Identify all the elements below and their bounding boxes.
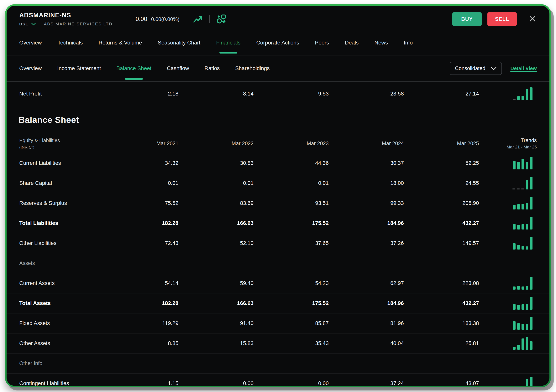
row-trend-cell (479, 337, 537, 350)
tab-corporate-actions[interactable]: Corporate Actions (256, 30, 299, 55)
tab-deals[interactable]: Deals (345, 30, 359, 55)
trend-bar (522, 246, 524, 249)
trend-bar (517, 225, 520, 229)
trend-bar (522, 286, 524, 290)
row-value: 0.01 (254, 180, 329, 186)
shapes-compare-icon[interactable] (216, 14, 226, 24)
subtab-ratios[interactable]: Ratios (204, 55, 220, 81)
exchange-label: BSE (19, 22, 29, 26)
section-row-other-info[interactable]: Other Info (7, 354, 549, 374)
row-value: 9.53 (254, 91, 329, 97)
row-label: Share Capital (19, 180, 103, 186)
row-value: 37.24 (329, 380, 404, 386)
row-value: 75.52 (103, 200, 178, 206)
trend-bar (522, 224, 524, 229)
subtab-cashflow[interactable]: Cashflow (167, 55, 189, 81)
row-value: 2.18 (103, 91, 178, 97)
table-row-total-liabilities[interactable]: Total Liabilities182.28166.63175.52184.9… (7, 213, 549, 233)
row-label: Total Liabilities (19, 220, 103, 226)
sell-button[interactable]: SELL (487, 12, 517, 26)
row-value: 182.28 (103, 220, 178, 226)
trending-up-icon[interactable] (193, 15, 203, 23)
table-row-other-assets[interactable]: Other Assets8.8515.8335.4340.0425.81 (7, 333, 549, 354)
table-row-current-assets[interactable]: Current Assets54.1459.4054.2362.97223.08 (7, 273, 549, 294)
row-value: 205.90 (404, 200, 479, 206)
table-row-contingent-liabilities[interactable]: Contingent Liabilities1.150.000.0037.244… (7, 374, 549, 386)
net-profit-row[interactable]: Net Profit2.188.149.5323.5827.14 (7, 82, 549, 106)
row-value: 184.96 (329, 220, 404, 226)
tab-seasonality-chart[interactable]: Seasonality Chart (158, 30, 200, 55)
stock-symbol: ABSMARINE-NS (19, 12, 113, 19)
row-trend-cell (479, 317, 537, 330)
row-value: 37.26 (329, 240, 404, 246)
price-block: 0.00 0.00(0.00%) (136, 15, 179, 23)
trend-bar (526, 337, 528, 350)
row-value: 27.14 (404, 91, 479, 97)
table-row-reserves-surplus[interactable]: Reserves & Surplus75.5283.6993.5199.3320… (7, 193, 549, 213)
tab-financials[interactable]: Financials (216, 30, 240, 55)
row-value: 52.10 (178, 240, 254, 246)
row-value: 175.52 (254, 220, 329, 226)
column-header-mar-2024: Mar 2024 (329, 141, 404, 147)
stock-detail-window: ABSMARINE-NS BSE ABS MARINE SERVICES LTD… (7, 6, 549, 386)
dropdown-chevron-down-icon (491, 67, 496, 70)
subtab-balance-sheet[interactable]: Balance Sheet (116, 55, 151, 81)
trend-bar (517, 162, 520, 169)
row-value: 34.32 (103, 160, 178, 166)
trend-bar (517, 286, 520, 290)
table-row-other-liabilities[interactable]: Other Liabilities72.4352.1037.6537.26149… (7, 233, 549, 253)
trend-bar (513, 161, 516, 169)
trend-bar (526, 379, 528, 386)
trend-bar (530, 157, 533, 169)
row-value: 54.23 (254, 280, 329, 286)
tab-info[interactable]: Info (404, 30, 413, 55)
topbar: ABSMARINE-NS BSE ABS MARINE SERVICES LTD… (7, 6, 549, 30)
row-value: 8.85 (103, 340, 178, 346)
stock-identity: ABSMARINE-NS BSE ABS MARINE SERVICES LTD (19, 12, 113, 27)
exchange-chevron-down-icon[interactable] (31, 23, 36, 25)
row-label: Contingent Liabilities (19, 380, 103, 386)
buy-button[interactable]: BUY (452, 12, 482, 26)
row-value: 30.37 (329, 160, 404, 166)
row-value: 30.83 (178, 160, 254, 166)
table-row-total-assets[interactable]: Total Assets182.28166.63175.52184.96432.… (7, 294, 549, 313)
subtab-overview[interactable]: Overview (19, 55, 42, 81)
trend-bar (526, 324, 528, 330)
trend-bar (530, 317, 533, 330)
section-heading-block: Balance Sheet (7, 106, 549, 134)
tab-overview[interactable]: Overview (19, 30, 42, 55)
table-row-current-liabilities[interactable]: Current Liabilities34.3230.8344.3630.375… (7, 153, 549, 173)
trend-bar (522, 304, 524, 309)
tab-returns-volume[interactable]: Returns & Volume (99, 30, 142, 55)
row-value: 149.57 (404, 240, 479, 246)
trend-bar (513, 99, 516, 100)
section-row-assets[interactable]: Assets (7, 253, 549, 273)
column-header-mar-2021: Mar 2021 (103, 141, 178, 147)
trend-bar (526, 162, 528, 169)
icon-divider (209, 15, 210, 23)
trend-bar (513, 224, 516, 229)
row-value: 83.69 (178, 200, 254, 206)
app-window: ABSMARINE-NS BSE ABS MARINE SERVICES LTD… (5, 4, 551, 387)
statement-type-dropdown[interactable]: Consolidated (450, 62, 502, 75)
subtab-income-statement[interactable]: Income Statement (57, 55, 101, 81)
trend-bar (512, 188, 515, 189)
row-value: 85.87 (254, 320, 329, 326)
row-label: Other Assets (19, 340, 103, 346)
detail-view-link[interactable]: Detail View (510, 66, 537, 71)
trend-bar (530, 377, 533, 386)
close-button[interactable] (527, 14, 538, 24)
table-row-share-capital[interactable]: Share Capital0.010.010.0118.0024.55 (7, 173, 549, 193)
trend-chart (513, 87, 533, 100)
table-row-fixed-assets[interactable]: Fixed Assets119.2991.4085.8781.96183.38 (7, 313, 549, 333)
trend-bar (517, 345, 520, 350)
tab-peers[interactable]: Peers (315, 30, 329, 55)
row-value: 0.00 (178, 380, 254, 386)
trend-bar (530, 197, 533, 210)
tab-news[interactable]: News (375, 30, 388, 55)
subtab-shareholdings[interactable]: Shareholdings (235, 55, 270, 81)
tab-technicals[interactable]: Technicals (58, 30, 83, 55)
row-value: 62.97 (329, 280, 404, 286)
trend-bar (530, 297, 533, 309)
row-value: 25.81 (404, 340, 479, 346)
